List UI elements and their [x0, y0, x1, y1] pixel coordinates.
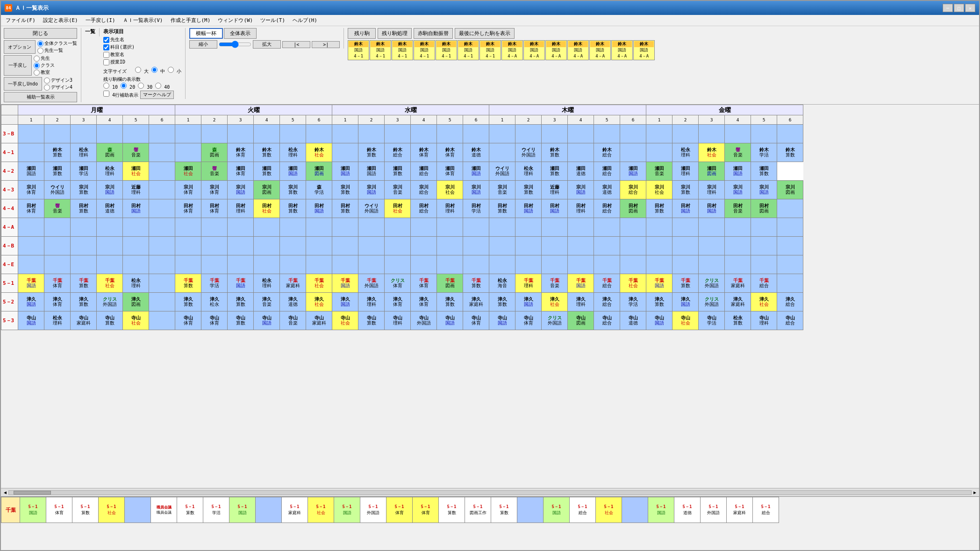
- bt-m1[interactable]: 5－1国語: [20, 497, 46, 523]
- cell-41-f6[interactable]: 鈴木算数: [777, 143, 803, 162]
- view-teacher-radio[interactable]: [37, 48, 43, 54]
- cell-43-th3[interactable]: 近藤理科: [542, 181, 568, 199]
- cell-44-w1[interactable]: 田村算数: [332, 199, 358, 218]
- cell-41-th5[interactable]: 鈴木総合: [594, 143, 620, 162]
- cell-44-w5[interactable]: 田村理科: [437, 199, 463, 218]
- cell-41-t5[interactable]: 松永理科: [280, 143, 306, 162]
- count20-radio[interactable]: [121, 83, 127, 89]
- cell-41-w6[interactable]: 鈴木道徳: [463, 143, 489, 162]
- cell-42-th3[interactable]: 瀬田算数: [542, 162, 568, 181]
- bt-f1[interactable]: 5－1国語: [544, 497, 570, 523]
- cell-42-w1[interactable]: 瀬田国語: [332, 162, 358, 181]
- cell-44-th6[interactable]: 田村図画: [620, 199, 646, 218]
- cell-41-w3[interactable]: 鈴木総合: [385, 143, 411, 162]
- nokori-cell-5[interactable]: 鈴木国語4－1: [436, 40, 457, 60]
- cell-3b-m3[interactable]: [71, 125, 97, 143]
- cell-3b-th1[interactable]: [489, 125, 515, 143]
- maximize-button[interactable]: □: [954, 4, 964, 12]
- first-btn[interactable]: |<: [282, 41, 310, 48]
- bt-w4[interactable]: 5－1外国語: [360, 497, 386, 523]
- cell-3b-w2[interactable]: [358, 125, 385, 143]
- cell-44-m3[interactable]: 田村算数: [71, 199, 97, 218]
- h-scrollbar[interactable]: ◀ ▶: [1, 488, 979, 496]
- cell-43-th2[interactable]: 宗川算数: [515, 181, 542, 199]
- cell-44-th2[interactable]: 田村国語: [515, 199, 542, 218]
- cell-42-m1[interactable]: 瀬田国語: [18, 162, 44, 181]
- cell-41-th4[interactable]: [568, 143, 594, 162]
- cell-41-t1[interactable]: [175, 143, 201, 162]
- cell-42-th2[interactable]: 松永理科: [515, 162, 542, 181]
- cell-41-w1[interactable]: [332, 143, 358, 162]
- nokori-cell-6[interactable]: 鈴木国語4－1: [458, 40, 479, 60]
- main-scroll-area[interactable]: 月曜 火曜 水曜 木曜 金曜 1 2 3 4 5 6 1 2 3: [1, 105, 979, 488]
- cell-43-w4[interactable]: 宗川総合: [411, 181, 437, 199]
- cell-3b-f2[interactable]: [672, 125, 699, 143]
- bt-m4[interactable]: 5－1社会: [99, 497, 125, 523]
- cell-42-th4[interactable]: 瀬田道徳: [568, 162, 594, 181]
- bt-m2[interactable]: 5－1体育: [46, 497, 72, 523]
- cell-41-m3[interactable]: 松永理科: [71, 143, 97, 162]
- bt-m5[interactable]: [125, 497, 151, 523]
- cell-43-m3[interactable]: 宗川算数: [71, 181, 97, 199]
- design4-radio[interactable]: [44, 85, 50, 91]
- design3-radio[interactable]: [44, 78, 50, 84]
- cell-41-m5[interactable]: 響音楽: [123, 143, 149, 162]
- cell-44-m5[interactable]: 田村国語: [123, 199, 149, 218]
- bt-w1[interactable]: 5－1家庭科: [282, 497, 308, 523]
- cell-43-w5[interactable]: 宗川社会: [437, 181, 463, 199]
- cell-43-t4[interactable]: 宗川図画: [254, 181, 280, 199]
- nokori-cell-14[interactable]: 鈴木国語4－A: [633, 40, 655, 60]
- cell-41-w4[interactable]: 鈴木体育: [411, 143, 437, 162]
- cell-3b-t2[interactable]: [201, 125, 228, 143]
- expand-btn[interactable]: 拡大: [253, 40, 281, 49]
- full-view-btn[interactable]: 全体表示: [224, 28, 257, 39]
- cell-42-f5[interactable]: 瀬田算数: [751, 162, 777, 181]
- cell-42-w5[interactable]: 瀬田体育: [437, 162, 463, 181]
- cell-3b-w1[interactable]: [332, 125, 358, 143]
- cell-41-w5[interactable]: 鈴木体育: [437, 143, 463, 162]
- cell-3b-w5[interactable]: [437, 125, 463, 143]
- bt-f5[interactable]: 5－1国語: [648, 497, 674, 523]
- cell-43-m2[interactable]: ウイリ外国語: [44, 181, 71, 199]
- cell-43-f4[interactable]: 宗川国語: [725, 181, 751, 199]
- cell-41-m2[interactable]: 鈴木算数: [44, 143, 71, 162]
- menu-file[interactable]: ファイル(F): [3, 16, 38, 25]
- cell-41-f1[interactable]: [646, 143, 672, 162]
- count10-radio[interactable]: [103, 83, 109, 89]
- disp-teacher-radio[interactable]: [34, 56, 40, 62]
- menu-settings[interactable]: 設定と表示(E): [40, 16, 81, 25]
- cell-44-m6[interactable]: [149, 199, 175, 218]
- cell-3b-t5[interactable]: [280, 125, 306, 143]
- zoom-slider[interactable]: [219, 41, 251, 48]
- cell-42-t2[interactable]: 響音楽: [201, 162, 228, 181]
- bt-t3[interactable]: 5－1学活: [203, 497, 229, 523]
- menu-tools[interactable]: ツール(T): [258, 16, 288, 25]
- cell-3b-t1[interactable]: [175, 125, 201, 143]
- cell-42-m2[interactable]: 瀬田算数: [44, 162, 71, 181]
- cell-42-m5[interactable]: 瀬田社会: [123, 162, 149, 181]
- nokori-process-btn[interactable]: 残り駒処理: [378, 28, 412, 39]
- bt-t4[interactable]: 5－1国語: [229, 497, 256, 523]
- cell-44-t1[interactable]: 田村体育: [175, 199, 201, 218]
- scroll-left-btn[interactable]: ◀: [2, 490, 8, 495]
- cell-43-t3[interactable]: 宗川国語: [228, 181, 254, 199]
- cell-3b-f3[interactable]: [699, 125, 725, 143]
- cell-41-t3[interactable]: 鈴木体育: [228, 143, 254, 162]
- cell-44-m4[interactable]: 田村道徳: [97, 199, 123, 218]
- cell-43-th4[interactable]: 宗川国語: [568, 181, 594, 199]
- cell-44-w3[interactable]: 田村社会: [385, 199, 411, 218]
- font-mid-radio[interactable]: [151, 67, 157, 73]
- cell-44-t4[interactable]: 田村社会: [254, 199, 280, 218]
- menu-window[interactable]: ウィンドウ(W): [215, 16, 256, 25]
- menu-help[interactable]: ヘルプ(H): [290, 16, 320, 25]
- cell-43-w1[interactable]: 宗川算数: [332, 181, 358, 199]
- nokori-cell-2[interactable]: 鈴木国語4－1: [370, 40, 391, 60]
- cell-3b-f5[interactable]: [751, 125, 777, 143]
- cell-41-m1[interactable]: [18, 143, 44, 162]
- cb-subject[interactable]: [103, 44, 109, 50]
- cell-44-t3[interactable]: 田村理科: [228, 199, 254, 218]
- cell-43-f2[interactable]: 宗川算数: [672, 181, 699, 199]
- close-btn[interactable]: 閉じる: [4, 28, 77, 39]
- cell-41-t4[interactable]: 鈴木算数: [254, 143, 280, 162]
- view-all-radio[interactable]: [37, 41, 43, 47]
